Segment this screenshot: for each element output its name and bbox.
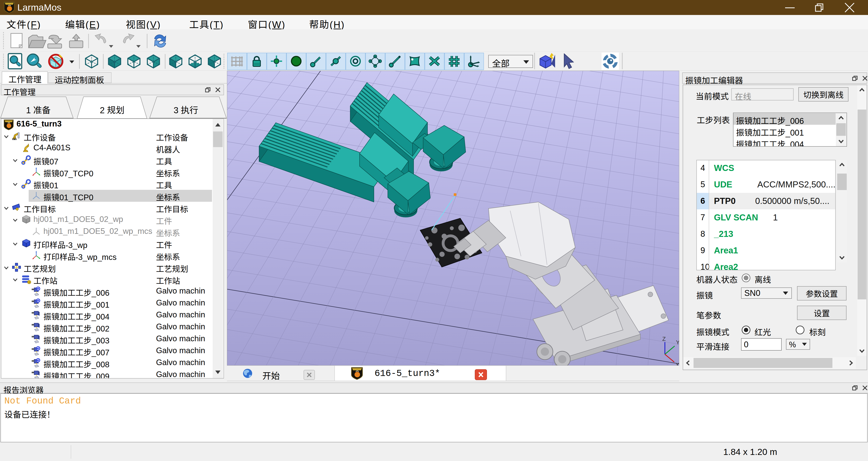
svg-text:X: X xyxy=(676,362,679,366)
svg-text:Y: Y xyxy=(676,339,679,346)
svg-text:Z: Z xyxy=(662,336,666,342)
